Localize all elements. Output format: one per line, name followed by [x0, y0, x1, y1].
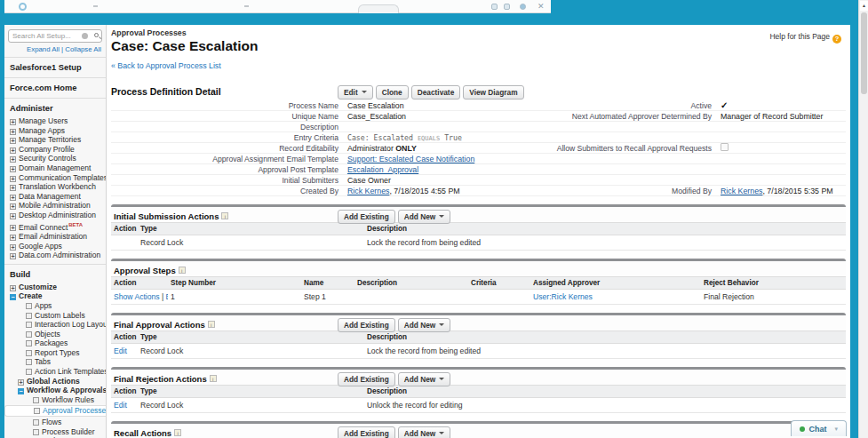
sidebar-item[interactable]: Process Builder	[4, 427, 106, 437]
sidebar-item[interactable]: Data.com Administration	[4, 251, 106, 260]
expander-icon[interactable]	[18, 388, 24, 394]
sidebar-item[interactable]: Approval Processes	[4, 405, 106, 417]
sidebar-item[interactable]: Create	[4, 291, 106, 301]
sidebar-item-label[interactable]: Action Link Templates	[35, 367, 107, 376]
section-help-icon[interactable]: i	[210, 375, 217, 382]
sidebar-item[interactable]: Email Administration	[4, 232, 106, 242]
sidebar-item[interactable]: Manage Apps	[4, 126, 106, 136]
sidebar-item-label[interactable]: Tabs	[35, 357, 51, 366]
sidebar-item[interactable]: Objects	[4, 330, 106, 339]
action-link[interactable]: Edit	[166, 292, 168, 301]
add-button[interactable]: Add Existing	[338, 318, 395, 332]
chat-tab[interactable]: Chat ▾	[791, 420, 847, 436]
deactivate-button[interactable]: Deactivate	[411, 85, 461, 100]
sidebar-item-label[interactable]: Google Apps	[19, 242, 62, 251]
expander-icon[interactable]	[26, 331, 32, 338]
expander-icon[interactable]	[10, 213, 16, 219]
section-help-icon[interactable]: i	[208, 321, 215, 328]
sidebar-item-label[interactable]: Data Management	[19, 192, 81, 201]
expander-icon[interactable]	[26, 359, 32, 365]
sidebar-item[interactable]: Manage Territories	[4, 135, 106, 145]
expander-icon[interactable]	[10, 285, 16, 291]
sidebar-item[interactable]: Custom Labels	[4, 311, 106, 321]
section-help-icon[interactable]: i	[174, 429, 181, 436]
sidebar-item-label[interactable]: Data.com Administration	[19, 251, 100, 259]
sidebar-item-label[interactable]: Flows	[42, 418, 61, 426]
expander-icon[interactable]	[10, 253, 16, 259]
expander-icon[interactable]	[34, 408, 40, 414]
search-input[interactable]	[8, 29, 102, 43]
sidebar-item-salesforce1-setup[interactable]: Salesforce1 Setup	[4, 57, 106, 77]
sidebar-item-label[interactable]: Manage Apps	[19, 126, 65, 135]
add-button[interactable]: Add New	[398, 210, 451, 224]
expand-all-link[interactable]: Expand All	[27, 45, 60, 53]
clear-search-icon[interactable]	[82, 33, 88, 39]
sidebar-item[interactable]: Global Actions	[4, 377, 106, 386]
help-icon[interactable]: ?	[832, 35, 841, 44]
sidebar-item-label[interactable]: Custom Labels	[35, 311, 85, 320]
expander-icon[interactable]	[33, 429, 39, 435]
expander-icon[interactable]	[26, 313, 32, 319]
sidebar-item[interactable]: Customize	[4, 283, 106, 292]
expander-icon[interactable]	[26, 340, 32, 346]
action-link[interactable]: Edit	[114, 346, 127, 355]
action-link[interactable]: Edit	[114, 401, 127, 410]
clone-button[interactable]: Clone	[376, 85, 409, 100]
sidebar-item[interactable]: Translation Workbench	[4, 182, 106, 192]
expander-icon[interactable]	[10, 156, 16, 163]
sidebar-item-label[interactable]: Communication Templates	[19, 173, 107, 182]
expander-icon[interactable]	[26, 350, 32, 356]
search-icon[interactable]	[94, 33, 99, 37]
sidebar-item[interactable]: Mobile Administration	[4, 201, 106, 211]
close-icon[interactable]: ✕	[538, 2, 545, 11]
help-for-this-page-link[interactable]: Help for this Page	[769, 32, 830, 41]
expander-icon[interactable]	[10, 294, 16, 300]
collapse-all-link[interactable]: Collapse All	[65, 45, 101, 53]
expander-icon[interactable]	[10, 185, 16, 191]
sidebar-item[interactable]: Action Link Templates	[4, 367, 106, 377]
edit-button[interactable]: Edit	[338, 85, 373, 100]
sidebar-item[interactable]: Flows	[4, 418, 106, 427]
sidebar-item-label[interactable]: Email Connect	[19, 222, 68, 231]
expander-icon[interactable]	[10, 225, 16, 231]
expander-icon[interactable]	[18, 379, 24, 386]
sidebar-item-label[interactable]: Report Types	[35, 348, 79, 357]
section-help-icon[interactable]: i	[221, 212, 228, 219]
sidebar-item-label[interactable]: Process Builder	[42, 427, 95, 436]
expander-icon[interactable]	[10, 235, 16, 241]
add-button[interactable]: Add New	[398, 426, 451, 438]
sidebar-item-label[interactable]: Translation Workbench	[19, 182, 96, 191]
expander-icon[interactable]	[10, 244, 16, 251]
back-to-list-link[interactable]: « Back to Approval Process List	[111, 61, 221, 70]
expander-icon[interactable]	[10, 129, 16, 135]
sidebar-item[interactable]: Security Controls	[4, 154, 106, 163]
action-link[interactable]: Show Actions	[114, 292, 160, 301]
sidebar-item[interactable]: Communication Templates	[4, 173, 106, 183]
sidebar-item[interactable]: Packages	[4, 338, 106, 348]
created-by-link[interactable]: Rick Kernes	[347, 187, 389, 195]
scrollbar-thumb[interactable]	[861, 12, 867, 94]
add-button[interactable]: Add New	[398, 318, 451, 332]
expander-icon[interactable]	[10, 195, 16, 201]
view-diagram-button[interactable]: View Diagram	[463, 85, 523, 100]
scroll-up-arrow-icon[interactable]: ▲	[860, 1, 868, 11]
sidebar-item-label[interactable]: Approval Processes	[43, 406, 107, 415]
sidebar-item[interactable]: Tabs	[4, 357, 106, 367]
sidebar-item[interactable]: Workflow Rules	[4, 395, 106, 405]
sidebar-item-label[interactable]: Mobile Administration	[19, 201, 91, 210]
sidebar-item[interactable]: Domain Management	[4, 163, 106, 173]
expander-icon[interactable]	[26, 303, 32, 309]
chat-collapse-icon[interactable]: ▾	[834, 426, 838, 433]
sidebar-item-label[interactable]: Apps	[35, 301, 52, 310]
sidebar-item-label[interactable]: Interaction Log Layouts	[35, 320, 107, 329]
add-button[interactable]: Add New	[398, 372, 451, 386]
expander-icon[interactable]	[33, 397, 39, 403]
sidebar-item[interactable]: Interaction Log Layouts	[4, 320, 106, 330]
modified-by-link[interactable]: Rick Kernes	[721, 187, 762, 195]
expander-icon[interactable]	[26, 369, 32, 375]
expander-icon[interactable]	[10, 166, 16, 172]
sidebar-item-label[interactable]: Global Actions	[27, 377, 80, 386]
expander-icon[interactable]	[10, 119, 16, 125]
sidebar-item[interactable]: Google Apps	[4, 242, 106, 251]
sidebar-item-label[interactable]: Workflow Rules	[42, 395, 94, 404]
